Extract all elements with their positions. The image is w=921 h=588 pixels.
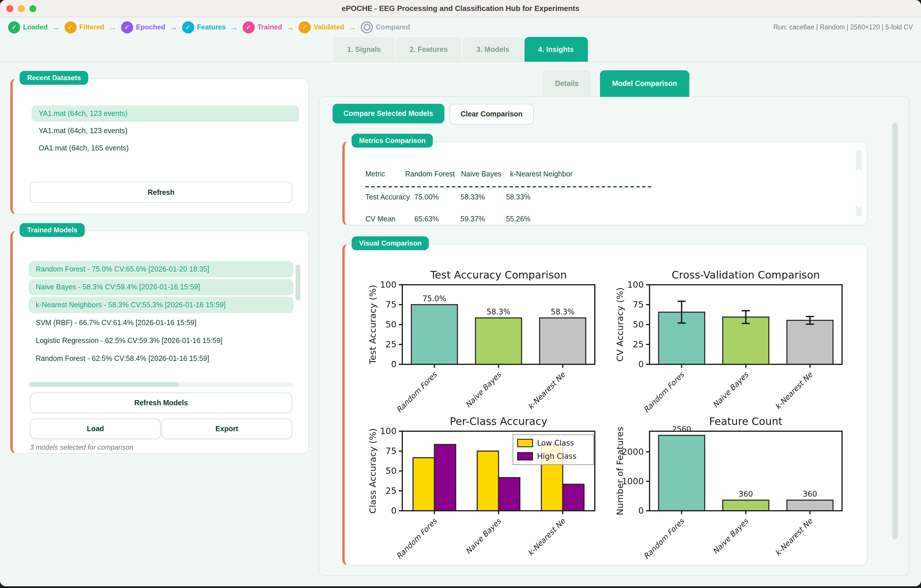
arrow-icon: → xyxy=(287,23,294,31)
svg-text:0: 0 xyxy=(638,506,644,516)
check-icon: ✓ xyxy=(8,21,20,33)
clear-comparison-button[interactable]: Clear Comparison xyxy=(449,104,534,124)
model-item[interactable]: Naive Bayes - 58.3% CV:59.4% [2026-01-16… xyxy=(29,279,293,295)
tab--insights[interactable]: 4. Insights xyxy=(524,37,588,62)
minimize-button-icon[interactable] xyxy=(18,5,25,12)
svg-text:Cross-Validation Comparison: Cross-Validation Comparison xyxy=(672,269,820,281)
dataset-item[interactable]: YA1.mat (64ch, 123 events) xyxy=(32,106,299,122)
svg-text:Random Fores: Random Fores xyxy=(642,516,686,560)
model-item[interactable]: Random Forest - 62.5% CV:58.4% [2026-01-… xyxy=(29,350,293,366)
tab--models[interactable]: 3. Models xyxy=(463,37,523,62)
model-item[interactable]: Random Forest - 75.0% CV:65.6% [2026-01-… xyxy=(29,261,293,277)
pipeline-step-compared: Compared xyxy=(361,21,410,33)
tab--features[interactable]: 2. Features xyxy=(396,37,462,62)
pipeline-step-filtered: ✓Filtered xyxy=(64,21,104,33)
svg-text:Number of Features: Number of Features xyxy=(615,427,625,515)
trained-models-panel: Trained Models Random Forest - 75.0% CV:… xyxy=(10,231,309,454)
metrics-cell: 59.37% xyxy=(460,215,485,223)
metrics-vertical-scrollbar[interactable] xyxy=(856,169,862,207)
trained-models-badge: Trained Models xyxy=(20,223,85,237)
check-icon: ✓ xyxy=(299,21,311,33)
model-list: Random Forest - 75.0% CV:65.6% [2026-01-… xyxy=(29,261,293,366)
load-model-button[interactable]: Load xyxy=(30,419,161,439)
model-list-horizontal-scrollbar[interactable] xyxy=(29,382,180,387)
svg-text:1000: 1000 xyxy=(622,476,644,486)
subtab-details[interactable]: Details xyxy=(543,70,591,97)
recent-datasets-badge: Recent Datasets xyxy=(20,71,88,85)
svg-text:2000: 2000 xyxy=(622,447,644,457)
metrics-cell: 75.00% xyxy=(414,193,439,201)
run-info: Run: cace6ae | Random | 2560×120 | 5-fol… xyxy=(773,24,913,31)
svg-text:Per-Class Accuracy: Per-Class Accuracy xyxy=(450,415,548,427)
recent-datasets-panel: Recent Datasets YA1.mat (64ch, 123 event… xyxy=(10,78,309,215)
svg-text:58.3%: 58.3% xyxy=(487,308,511,316)
window-title: ePOCHE - EEG Processing and Classificati… xyxy=(342,4,579,13)
pipeline-step-label: Compared xyxy=(376,23,410,31)
refresh-models-button[interactable]: Refresh Models xyxy=(30,393,292,413)
metrics-cell: Test Accuracy xyxy=(365,193,410,201)
svg-text:50: 50 xyxy=(633,319,644,329)
close-button-icon[interactable] xyxy=(7,5,13,12)
svg-text:Naive Bayes: Naive Bayes xyxy=(711,516,750,556)
pipeline-step-label: Loaded xyxy=(23,23,47,31)
pipeline-step-label: Trained xyxy=(257,23,282,31)
metrics-cell: 55.26% xyxy=(506,215,530,223)
svg-text:75: 75 xyxy=(386,446,397,456)
pipeline-step-label: Filtered xyxy=(79,23,104,31)
svg-text:75.0%: 75.0% xyxy=(423,294,446,303)
svg-text:360: 360 xyxy=(803,490,817,498)
refresh-datasets-button[interactable]: Refresh xyxy=(30,182,292,203)
compare-selected-models-button[interactable]: Compare Selected Models xyxy=(332,104,444,123)
pipeline-step-label: Validated xyxy=(314,23,344,31)
metrics-divider xyxy=(365,186,651,187)
metrics-cell: 58.33% xyxy=(460,193,485,201)
pipeline-steps: ✓Loaded→✓Filtered→✓Epoched→✓Features→✓Tr… xyxy=(8,21,410,33)
metrics-table: MetricRandom ForestNaive Bayesk-Nearest … xyxy=(342,141,867,225)
insights-vertical-scrollbar[interactable] xyxy=(892,123,898,539)
model-item[interactable]: SVM (RBF) - 66.7% CV:61.4% [2026-01-16 1… xyxy=(29,315,293,331)
charts-grid: 75.0%58.3%58.3%0255075100Random ForesNai… xyxy=(342,244,867,565)
model-item[interactable]: k-Nearest Neighbors - 58.3% CV:55.3% [20… xyxy=(29,297,293,313)
arrow-icon: → xyxy=(52,23,60,31)
svg-text:Test Accuracy (%): Test Accuracy (%) xyxy=(368,285,378,365)
svg-text:Random Fores: Random Fores xyxy=(642,370,686,414)
svg-text:CV Accuracy (%): CV Accuracy (%) xyxy=(615,287,625,362)
svg-text:100: 100 xyxy=(380,426,397,436)
model-item[interactable]: Logistic Regression - 62.5% CV:59.3% [20… xyxy=(29,332,293,349)
svg-text:50: 50 xyxy=(386,319,397,329)
svg-text:k-Nearest Ne: k-Nearest Ne xyxy=(773,370,814,411)
visual-comparison-card: Visual Comparison 75.0%58.3%58.3%0255075… xyxy=(342,244,867,565)
metrics-column-header: Metric xyxy=(365,170,385,178)
pipeline-step-label: Epoched xyxy=(136,23,165,31)
tab--signals[interactable]: 1. Signals xyxy=(334,37,395,62)
pipeline-step-loaded: ✓Loaded xyxy=(8,21,47,33)
check-icon: ✓ xyxy=(182,21,194,33)
svg-text:100: 100 xyxy=(627,280,644,290)
pipeline-step-epoched: ✓Epoched xyxy=(121,21,165,33)
metrics-column-header: Random Forest xyxy=(405,170,455,178)
model-list-vertical-scrollbar[interactable] xyxy=(296,265,300,300)
check-icon: ✓ xyxy=(121,21,133,33)
svg-text:0: 0 xyxy=(391,359,397,369)
svg-text:Class Accuracy (%): Class Accuracy (%) xyxy=(368,428,378,514)
zoom-button-icon[interactable] xyxy=(29,5,36,12)
unchecked-circle-icon xyxy=(361,21,373,33)
pipeline-step-trained: ✓Trained xyxy=(242,21,282,33)
svg-text:100: 100 xyxy=(380,280,397,290)
dataset-item[interactable]: OA1.mat (64ch, 165 events) xyxy=(32,140,299,156)
svg-text:360: 360 xyxy=(739,490,753,498)
svg-text:0: 0 xyxy=(638,359,644,369)
metrics-cell: CV Mean xyxy=(365,215,395,223)
pipeline-status-bar: ✓Loaded→✓Filtered→✓Epoched→✓Features→✓Tr… xyxy=(0,17,921,37)
svg-text:k-Nearest Ne: k-Nearest Ne xyxy=(526,370,567,411)
svg-text:Test Accuracy Comparison: Test Accuracy Comparison xyxy=(430,269,567,281)
export-model-button[interactable]: Export xyxy=(161,419,292,439)
svg-text:Random Fores: Random Fores xyxy=(394,370,439,414)
arrow-icon: → xyxy=(109,23,116,31)
check-icon: ✓ xyxy=(64,21,76,33)
subtab-model-comparison[interactable]: Model Comparison xyxy=(600,70,689,97)
per-class-accuracy-chart: 0255075100Random ForesNaive Bayesk-Neare… xyxy=(362,413,621,565)
svg-text:High Class: High Class xyxy=(537,452,576,461)
dataset-item[interactable]: YA1.mat (64ch, 123 events) xyxy=(32,123,299,139)
svg-text:75: 75 xyxy=(633,300,644,309)
